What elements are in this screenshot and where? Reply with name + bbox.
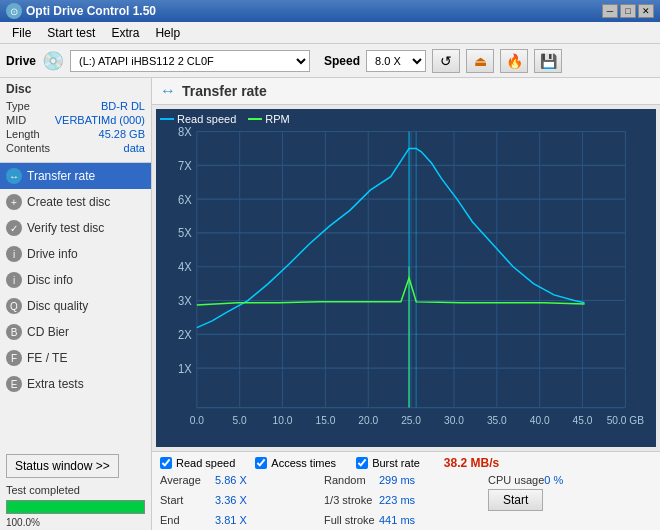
stats-row-1: Average 5.86 X Random 299 ms CPU usage 0… <box>160 474 652 486</box>
save-button[interactable]: 💾 <box>534 49 562 73</box>
content-header: ↔ Transfer rate <box>152 78 660 105</box>
disc-length-value: 45.28 GB <box>99 128 145 140</box>
disc-mid-value: VERBATIMd (000) <box>55 114 145 126</box>
menu-start-test[interactable]: Start test <box>39 24 103 42</box>
random-value: 299 ms <box>379 474 429 486</box>
verify-test-disc-icon: ✓ <box>6 220 22 236</box>
nav-extra-tests-label: Extra tests <box>27 377 84 391</box>
close-button[interactable]: ✕ <box>638 4 654 18</box>
nav-extra-tests[interactable]: E Extra tests <box>0 371 151 397</box>
stat-end: End 3.81 X <box>160 514 324 526</box>
chart-svg: 8X 7X 6X 5X 4X 3X 2X 1X 0.0 5.0 10.0 15.… <box>156 109 656 447</box>
disc-type-value: BD-R DL <box>101 100 145 112</box>
stroke-1-3-value: 223 ms <box>379 494 429 506</box>
stat-empty-3 <box>488 514 652 526</box>
drive-select[interactable]: (L:) ATAPI iHBS112 2 CL0F <box>70 50 310 72</box>
menu-extra[interactable]: Extra <box>103 24 147 42</box>
nav-fe-te-label: FE / TE <box>27 351 67 365</box>
legend-read-speed-line <box>160 118 174 120</box>
svg-text:5.0: 5.0 <box>233 414 247 427</box>
svg-text:2X: 2X <box>178 327 192 342</box>
disc-length-label: Length <box>6 128 40 140</box>
stat-cpu: CPU usage 0 % <box>488 474 652 486</box>
svg-text:35.0: 35.0 <box>487 414 507 427</box>
nav-disc-info[interactable]: i Disc info <box>0 267 151 293</box>
burst-rate-checkbox[interactable] <box>356 457 368 469</box>
average-label: Average <box>160 474 215 486</box>
disc-contents-row: Contents data <box>6 142 145 154</box>
start-label: Start <box>160 494 215 506</box>
nav-disc-quality[interactable]: Q Disc quality <box>0 293 151 319</box>
disc-quality-icon: Q <box>6 298 22 314</box>
svg-text:8X: 8X <box>178 125 192 140</box>
app-title: Opti Drive Control 1.50 <box>26 4 156 18</box>
access-times-checkbox-label: Access times <box>271 457 336 469</box>
access-times-checkbox-item[interactable]: Access times <box>255 457 336 469</box>
legend-rpm: RPM <box>248 113 289 125</box>
cpu-label: CPU usage <box>488 474 544 486</box>
svg-text:5X: 5X <box>178 226 192 241</box>
stats-area: Read speed Access times Burst rate 38.2 … <box>152 451 660 530</box>
nav-drive-info-label: Drive info <box>27 247 78 261</box>
main-area: Disc Type BD-R DL MID VERBATIMd (000) Le… <box>0 78 660 530</box>
disc-info-icon: i <box>6 272 22 288</box>
maximize-button[interactable]: □ <box>620 4 636 18</box>
progress-bar-fill <box>7 501 144 513</box>
svg-text:30.0: 30.0 <box>444 414 464 427</box>
full-stroke-value: 441 ms <box>379 514 429 526</box>
svg-text:6X: 6X <box>178 192 192 207</box>
burst-rate-checkbox-item[interactable]: Burst rate <box>356 457 420 469</box>
random-label: Random <box>324 474 379 486</box>
burn-button[interactable]: 🔥 <box>500 49 528 73</box>
eject-button[interactable]: ⏏ <box>466 49 494 73</box>
menu-file[interactable]: File <box>4 24 39 42</box>
burst-rate-value: 38.2 MB/s <box>444 456 499 470</box>
nav-fe-te[interactable]: F FE / TE <box>0 345 151 371</box>
stat-start: Start 3.36 X <box>160 489 324 511</box>
legend-rpm-label: RPM <box>265 113 289 125</box>
burst-rate-checkbox-label: Burst rate <box>372 457 420 469</box>
read-speed-checkbox-item[interactable]: Read speed <box>160 457 235 469</box>
disc-info-section: Disc Type BD-R DL MID VERBATIMd (000) Le… <box>0 78 151 163</box>
end-value: 3.81 X <box>215 514 265 526</box>
stat-average: Average 5.86 X <box>160 474 324 486</box>
nav-disc-quality-label: Disc quality <box>27 299 88 313</box>
svg-text:40.0: 40.0 <box>530 414 550 427</box>
menu-bar: File Start test Extra Help <box>0 22 660 44</box>
sidebar: Disc Type BD-R DL MID VERBATIMd (000) Le… <box>0 78 152 530</box>
chart-legend: Read speed RPM <box>160 113 290 125</box>
drive-bar: Drive 💿 (L:) ATAPI iHBS112 2 CL0F Speed … <box>0 44 660 78</box>
content-area: ↔ Transfer rate Read speed RPM <box>152 78 660 530</box>
end-label: End <box>160 514 215 526</box>
test-completed-label: Test completed <box>0 482 151 498</box>
stats-row-2: Start 3.36 X 1/3 stroke 223 ms Start <box>160 489 652 511</box>
svg-text:20.0: 20.0 <box>358 414 378 427</box>
disc-mid-row: MID VERBATIMd (000) <box>6 114 145 126</box>
status-window-button[interactable]: Status window >> <box>6 454 119 478</box>
stat-full-stroke: Full stroke 441 ms <box>324 514 488 526</box>
legend-read-speed: Read speed <box>160 113 236 125</box>
refresh-button[interactable]: ↺ <box>432 49 460 73</box>
chart-icon: ↔ <box>160 82 176 100</box>
svg-text:10.0: 10.0 <box>273 414 293 427</box>
start-value: 3.36 X <box>215 494 265 506</box>
access-times-checkbox[interactable] <box>255 457 267 469</box>
minimize-button[interactable]: ─ <box>602 4 618 18</box>
read-speed-checkbox[interactable] <box>160 457 172 469</box>
nav-drive-info[interactable]: i Drive info <box>0 241 151 267</box>
speed-select[interactable]: 8.0 X <box>366 50 426 72</box>
nav-transfer-rate[interactable]: ↔ Transfer rate <box>0 163 151 189</box>
nav-cd-bier[interactable]: B CD Bier <box>0 319 151 345</box>
progress-bar <box>6 500 145 514</box>
checkboxes-row: Read speed Access times Burst rate 38.2 … <box>160 456 652 470</box>
nav-verify-test-disc[interactable]: ✓ Verify test disc <box>0 215 151 241</box>
menu-help[interactable]: Help <box>147 24 188 42</box>
title-bar: ⊙ Opti Drive Control 1.50 ─ □ ✕ <box>0 0 660 22</box>
cpu-value: 0 % <box>544 474 594 486</box>
progress-percent: 100.0% <box>0 516 151 530</box>
svg-text:1X: 1X <box>178 361 192 376</box>
content-title: Transfer rate <box>182 83 267 99</box>
start-test-button[interactable]: Start <box>488 489 543 511</box>
disc-contents-value: data <box>124 142 145 154</box>
nav-create-test-disc[interactable]: + Create test disc <box>0 189 151 215</box>
